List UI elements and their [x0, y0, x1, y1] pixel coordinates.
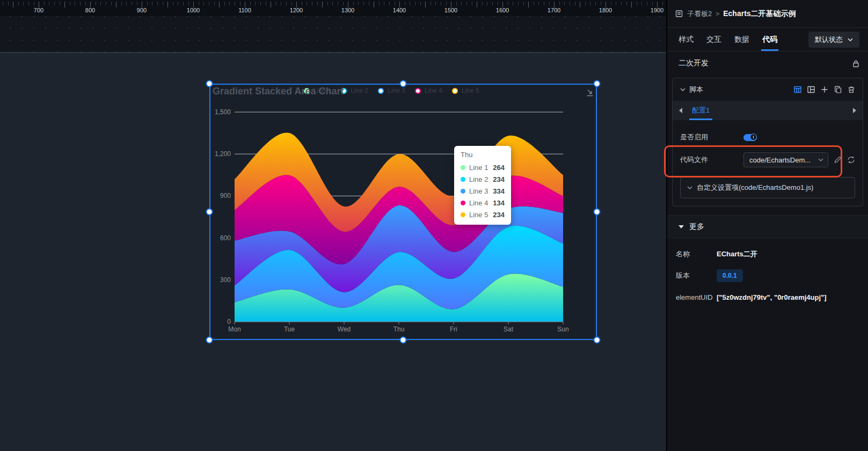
- tooltip-series-value: 334: [493, 187, 505, 195]
- x-axis-label: Tue: [284, 326, 295, 333]
- selection-handle[interactable]: [594, 80, 601, 87]
- selection-handle[interactable]: [400, 80, 407, 87]
- legend-marker: [415, 88, 421, 94]
- ruler-label: 1800: [599, 7, 612, 13]
- tab-config1[interactable]: 配置1: [692, 101, 710, 120]
- ruler-label: 1400: [393, 7, 406, 13]
- ruler-label: 1100: [238, 7, 251, 13]
- more-fields: 名称 ECharts二开 版本 0.0.1 elementUID ["5z0wz…: [667, 239, 868, 304]
- name-label: 名称: [676, 249, 717, 259]
- ruler-label: 900: [137, 7, 147, 13]
- echarts-widget[interactable]: Line 1Line 2Line 3Line 4Line 5 Gradient …: [209, 84, 597, 340]
- collapse-chevron-icon[interactable]: [680, 88, 685, 91]
- code-file-value: code/EchartsDem...: [749, 156, 818, 164]
- editor-canvas[interactable]: 7008009001000110012001300140015001600170…: [0, 0, 666, 451]
- tab-样式[interactable]: 样式: [679, 28, 694, 51]
- y-axis-label: 1,200: [215, 150, 231, 158]
- y-axis-label: 300: [220, 276, 231, 284]
- tooltip-series-name: Line 2: [469, 175, 488, 183]
- tooltip-series-value: 234: [493, 211, 505, 219]
- copy-config-icon[interactable]: [834, 86, 842, 93]
- kanban-view-icon[interactable]: [807, 86, 815, 93]
- breadcrumb-parent[interactable]: 子看板2: [687, 9, 712, 19]
- more-section-header[interactable]: 更多: [667, 215, 868, 239]
- code-file-label: 代码文件: [680, 155, 743, 165]
- enable-label: 是否启用: [680, 132, 743, 142]
- legend-item-line-2[interactable]: Line 2: [341, 87, 368, 94]
- y-axis-label: 600: [220, 234, 231, 242]
- selection-handle[interactable]: [206, 337, 213, 344]
- script-group-header: 脚本: [680, 85, 855, 94]
- secondary-dev-title: 二次开发: [679, 58, 709, 68]
- save-as-image-icon[interactable]: [585, 88, 595, 98]
- script-group: 脚本: [672, 78, 863, 206]
- ruler-label: 1700: [548, 7, 560, 13]
- prev-config-icon[interactable]: [679, 108, 682, 113]
- x-axis-label: Sun: [557, 326, 568, 333]
- selection-handle[interactable]: [206, 80, 213, 87]
- legend-item-line-5[interactable]: Line 5: [452, 87, 479, 94]
- script-group-title: 脚本: [689, 85, 703, 94]
- y-axis-label: 900: [220, 192, 231, 199]
- x-axis-label: Wed: [338, 326, 351, 333]
- name-value: ECharts二开: [717, 249, 757, 259]
- x-axis-label: Mon: [228, 326, 240, 333]
- state-selector-button[interactable]: 默认状态: [808, 32, 859, 48]
- breadcrumb-current: Echarts二开基础示例: [723, 9, 796, 19]
- selection-handle[interactable]: [206, 209, 213, 216]
- secondary-dev-section: 二次开发: [667, 51, 868, 75]
- tooltip-series-name: Line 1: [469, 164, 488, 172]
- ruler-label: 1000: [187, 7, 200, 13]
- legend-label: Line 4: [425, 87, 442, 94]
- delete-config-icon[interactable]: [848, 86, 855, 93]
- legend-label: Line 2: [351, 87, 368, 94]
- custom-settings-collapse[interactable]: 自定义设置项(code/EchartsDemo1.js): [680, 177, 855, 198]
- enable-toggle[interactable]: [743, 134, 757, 141]
- legend-item-line-3[interactable]: Line 3: [378, 87, 405, 94]
- version-label: 版本: [676, 271, 717, 280]
- lock-icon[interactable]: [852, 60, 859, 68]
- app-root: 7008009001000110012001300140015001600170…: [0, 0, 868, 451]
- chart-title: Gradient Stacked Area Chart: [213, 86, 344, 97]
- horizontal-ruler: 7008009001000110012001300140015001600170…: [0, 0, 666, 16]
- tooltip-series-name: Line 5: [469, 211, 488, 219]
- edit-icon[interactable]: [834, 156, 842, 164]
- selection-handle[interactable]: [400, 337, 407, 344]
- chevron-down-icon: [687, 186, 692, 189]
- ruler-label: 1300: [341, 7, 354, 13]
- tab-数据[interactable]: 数据: [734, 28, 749, 51]
- properties-panel: 子看板2 > Echarts二开基础示例 样式交互数据代码 默认状态 二次开发: [666, 0, 868, 451]
- series-dot: [461, 165, 465, 170]
- code-file-row: 代码文件 code/EchartsDem...: [680, 152, 855, 167]
- series-dot: [461, 201, 465, 205]
- refresh-icon[interactable]: [847, 156, 855, 164]
- tooltip-series-value: 264: [493, 164, 505, 172]
- series-dot: [461, 177, 465, 182]
- field-row-uid: elementUID ["5z0wzdnj79tv", "0r0raemj4up…: [676, 290, 859, 304]
- script-toolbar: [794, 86, 855, 93]
- code-file-select[interactable]: code/EchartsDem...: [743, 152, 828, 167]
- ruler-label: 1200: [290, 7, 303, 13]
- legend-label: Line 3: [388, 87, 405, 94]
- table-view-icon[interactable]: [794, 86, 801, 93]
- custom-settings-label: 自定义设置项(code/EchartsDemo1.js): [697, 183, 813, 193]
- add-config-icon[interactable]: [821, 86, 828, 93]
- tooltip-row: Line 1264: [461, 161, 505, 173]
- selection-handle[interactable]: [594, 209, 601, 216]
- y-axis-label: 1,500: [215, 108, 231, 116]
- legend-item-line-4[interactable]: Line 4: [415, 87, 442, 94]
- tooltip-row: Line 3334: [461, 185, 505, 197]
- breadcrumb: 子看板2 > Echarts二开基础示例: [667, 0, 868, 28]
- tooltip-series-value: 234: [493, 175, 505, 183]
- selection-handle[interactable]: [594, 337, 601, 344]
- tooltip-series-value: 134: [493, 199, 505, 207]
- field-row-version: 版本 0.0.1: [676, 269, 859, 283]
- tab-代码[interactable]: 代码: [762, 28, 777, 51]
- tooltip-row: Line 4134: [461, 197, 505, 209]
- legend-marker: [452, 88, 458, 94]
- tab-交互[interactable]: 交互: [706, 28, 721, 51]
- ruler-label: 1500: [444, 7, 457, 13]
- x-axis-label: Sat: [504, 326, 514, 333]
- next-config-icon[interactable]: [853, 108, 856, 113]
- tooltip-series-name: Line 3: [469, 187, 488, 195]
